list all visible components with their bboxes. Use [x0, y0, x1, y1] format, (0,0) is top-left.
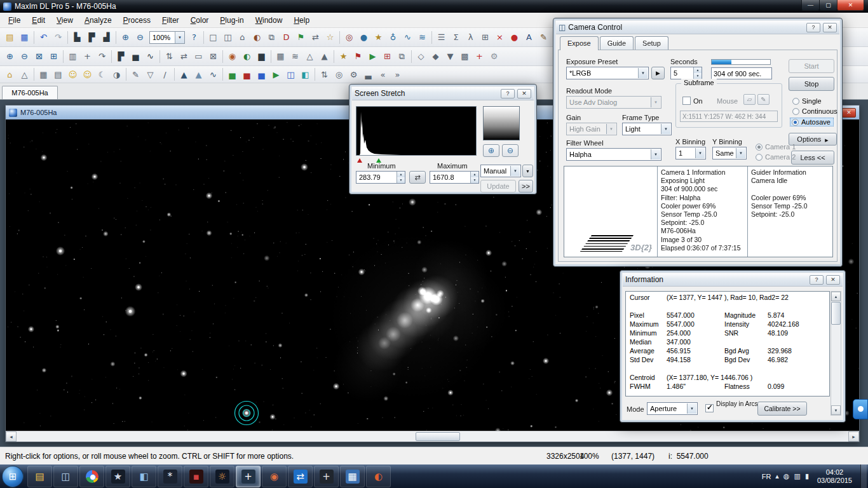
help-icon[interactable]: ? — [810, 275, 824, 285]
menu-filter[interactable]: Filter — [156, 14, 185, 27]
menu-process[interactable]: Process — [118, 14, 156, 27]
tool-permanent-stretch[interactable]: ▛ — [114, 50, 128, 64]
tool-kernel-filters[interactable]: ▦ — [273, 50, 288, 64]
tool-mirror-horizontal[interactable]: ⇄ — [177, 50, 191, 64]
information-scrollbar[interactable]: ▲ ▼ — [831, 291, 841, 416]
radio-continuous[interactable]: Continuous — [792, 107, 837, 115]
tool-batch[interactable]: ⊞ — [478, 30, 492, 44]
tool-pan-tool[interactable]: + — [80, 50, 95, 64]
tool-document-red[interactable]: D — [279, 30, 294, 44]
horizontal-scrollbar[interactable]: ◄ ► — [6, 431, 859, 442]
tray-volume-icon[interactable]: ▮ — [805, 472, 809, 480]
scroll-up-icon[interactable]: ▲ — [831, 292, 841, 301]
stretch-mode-combo[interactable]: Manual — [480, 165, 521, 177]
tool-command-list[interactable]: ☰ — [434, 30, 449, 44]
tool-new-document[interactable]: □ — [206, 30, 220, 44]
tool-levels[interactable]: ▅ — [128, 50, 143, 64]
menu-file[interactable]: File — [3, 14, 26, 27]
start-button[interactable]: ⊞ — [2, 466, 24, 487]
taskbar-calculator[interactable]: ▦ — [340, 466, 365, 487]
tool-calibration[interactable]: ▼ — [443, 50, 458, 64]
tool-full-range[interactable]: ▟ — [99, 30, 114, 44]
tool-table-view[interactable]: ▤ — [51, 67, 65, 81]
filter-wheel-combo[interactable]: Halpha — [566, 148, 661, 161]
clock[interactable]: 04:02 03/08/2015 — [813, 468, 856, 485]
tool-sequence[interactable]: ⧉ — [264, 30, 279, 44]
tool-open[interactable]: ▤ — [3, 30, 17, 44]
less-button[interactable]: Less << — [791, 151, 834, 165]
tool-screen-stretch[interactable]: ▙ — [70, 30, 85, 44]
menu-window[interactable]: Window — [250, 14, 288, 27]
tool-sharpen[interactable]: △ — [302, 50, 317, 64]
camera-control-title-bar[interactable]: Camera Control ? ✕ — [556, 21, 839, 34]
radio-single[interactable]: Single — [792, 97, 822, 105]
tool-peak-light[interactable]: ▲ — [191, 67, 206, 81]
tool-select-region[interactable]: ▥ — [65, 50, 80, 64]
subframe-set-icon[interactable]: ▱ — [743, 94, 756, 105]
tool-flip-vertical[interactable]: ⇅ — [162, 50, 177, 64]
taskbar-phd-guiding[interactable]: + — [314, 466, 339, 487]
tool-add-tool[interactable]: + — [472, 50, 487, 64]
tool-observatory-control[interactable]: ⌂ — [235, 30, 250, 44]
tool-smiley-good[interactable]: ☺ — [65, 67, 80, 81]
taskbar-maxim-dl[interactable]: + — [236, 466, 261, 487]
tool-combine[interactable]: ◆ — [428, 50, 443, 64]
hidden-icons-icon[interactable]: ▴ — [775, 472, 779, 480]
menu-view[interactable]: View — [51, 14, 79, 27]
stop-button[interactable]: Stop — [789, 77, 834, 91]
tool-telescope-link[interactable]: ⇄ — [308, 30, 323, 44]
tool-play-green[interactable]: ▶ — [269, 67, 283, 81]
swap-button[interactable] — [409, 171, 426, 184]
tool-phase[interactable]: ◑ — [109, 67, 124, 81]
tool-swatch-cyan[interactable]: ◧ — [298, 67, 313, 81]
y-binning-combo[interactable]: Same — [712, 147, 747, 159]
tool-redo[interactable]: ↷ — [51, 30, 65, 44]
tool-zoom-out[interactable]: ⊖ — [133, 30, 147, 44]
calibrate-button[interactable]: Calibrate >> — [757, 402, 807, 416]
tool-bar-blue[interactable]: ▅ — [254, 67, 269, 81]
radio-autosave[interactable]: Autosave — [790, 118, 834, 126]
tool-actual-size[interactable]: ⊠ — [32, 50, 46, 64]
maximize-button[interactable]: ▢ — [819, 0, 837, 11]
tool-curves[interactable]: ∿ — [143, 50, 158, 64]
scrollbar-thumb[interactable] — [831, 302, 841, 325]
language-indicator[interactable]: FR — [762, 473, 771, 480]
tool-align-points[interactable]: ◇ — [414, 50, 428, 64]
taskbar-teamviewer[interactable]: ⇄ — [288, 466, 313, 487]
tool-pinpoint[interactable]: ★ — [371, 30, 386, 44]
screen-stretch-title-bar[interactable]: Screen Stretch ? ✕ — [352, 87, 534, 100]
tray-status-icon[interactable]: ◍ — [783, 472, 790, 480]
tool-statistics[interactable]: Σ — [449, 30, 463, 44]
scroll-down-icon[interactable]: ▼ — [831, 405, 841, 415]
taskbar-blue-window[interactable]: ◧ — [132, 466, 156, 487]
tool-camera-control-window[interactable]: ◫ — [220, 30, 235, 44]
tool-zoom-in[interactable]: ⊕ — [118, 30, 133, 44]
radio-camera2[interactable]: Camera 2 — [756, 153, 796, 161]
tool-crop[interactable]: ⊠ — [206, 50, 220, 64]
tool-stack-images[interactable]: ⧉ — [395, 50, 409, 64]
tray-network-icon[interactable]: ▥ — [794, 472, 800, 480]
taskbar-sky-chart[interactable]: ★ — [105, 466, 130, 487]
menu-analyze[interactable]: Analyze — [79, 14, 118, 27]
readout-mode-combo[interactable]: Use Adv Dialog — [566, 96, 661, 109]
tool-flag-marker[interactable]: ⚑ — [351, 50, 365, 64]
gain-combo[interactable]: High Gain — [566, 123, 617, 135]
histogram[interactable] — [356, 106, 477, 156]
tool-ddp[interactable]: ▲ — [317, 50, 332, 64]
tab-expose[interactable]: Expose — [560, 36, 599, 50]
minimum-input[interactable]: 283.79 ▲▼ — [356, 171, 405, 184]
tool-fft-filter[interactable]: ≋ — [415, 30, 430, 44]
update-button[interactable]: Update — [480, 180, 516, 193]
tool-signal[interactable]: ∿ — [206, 67, 220, 81]
x-binning-combo[interactable]: 1 — [675, 147, 706, 159]
tool-pixel-math[interactable]: ▩ — [458, 50, 472, 64]
seconds-input[interactable]: 5 ▲▼ — [670, 67, 702, 79]
minimize-button[interactable]: — — [801, 0, 820, 11]
close-icon[interactable]: ✕ — [517, 89, 531, 98]
tool-smooth[interactable]: ≋ — [288, 50, 302, 64]
menu-color[interactable]: Color — [185, 14, 215, 27]
preset-menu-button[interactable]: ▶ — [651, 67, 665, 79]
menu-help[interactable]: Help — [288, 14, 315, 27]
tool-rotate-tool[interactable]: ↷ — [95, 50, 109, 64]
tool-fit-window[interactable]: ⊞ — [46, 50, 61, 64]
